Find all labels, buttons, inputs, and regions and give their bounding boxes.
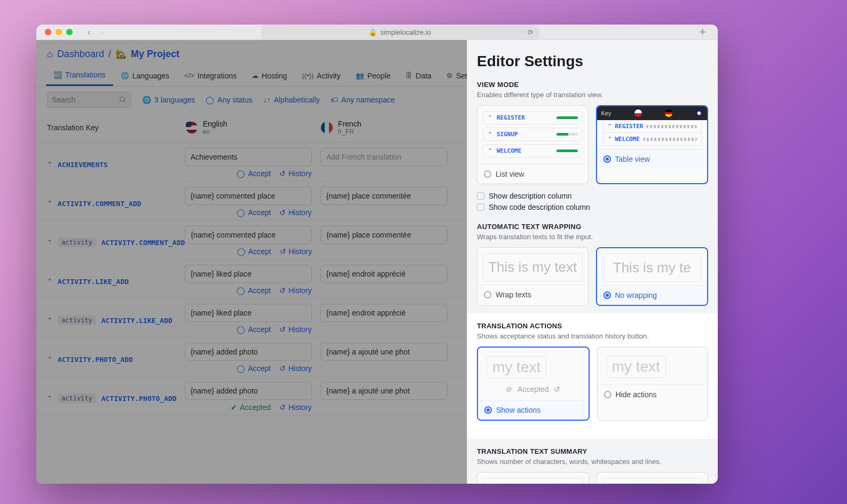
main-content: ⌂ Dashboard / 🏡 My Project 🔤Translations… <box>36 40 467 484</box>
option-label: Wrap texts <box>496 290 531 299</box>
section-desc: Wraps translation texts to fit the input… <box>477 233 708 241</box>
editor-settings-panel: Editor Settings VIEW MODE Enables differ… <box>467 40 718 484</box>
maximize-window-button[interactable] <box>66 29 73 35</box>
reload-icon[interactable]: ⟳ <box>528 28 534 36</box>
option-label: Show actions <box>496 406 540 414</box>
hide-actions-option[interactable]: my text Hide actions <box>597 346 709 421</box>
radio-icon <box>603 292 611 299</box>
section-title-view-mode: VIEW MODE <box>477 81 708 89</box>
forward-button[interactable]: › <box>100 27 104 38</box>
checkbox-icon <box>477 203 484 211</box>
section-title-wrapping: AUTOMATIC TEXT WRAPPING <box>477 223 708 231</box>
checkbox-show-description[interactable]: Show description column <box>477 192 708 200</box>
panel-title: Editor Settings <box>477 53 708 70</box>
address-bar[interactable]: 🔒 simplelocalize.io ⟳ <box>261 25 539 40</box>
chevron-up-icon: ⌃ <box>488 114 492 121</box>
nav-arrows: ‹ › <box>88 27 104 38</box>
close-window-button[interactable] <box>45 29 51 35</box>
summary-option-a[interactable]: This is my text <box>477 472 589 484</box>
new-tab-button[interactable]: + <box>696 25 709 39</box>
modal-overlay[interactable] <box>36 40 467 484</box>
option-label: Table view <box>615 155 650 163</box>
checkbox-show-code-description[interactable]: Show code description column <box>477 203 708 211</box>
section-title-actions: TRANSLATION ACTIONS <box>477 322 708 330</box>
show-actions-option[interactable]: my text ⊘Accepted↺ Show actions <box>477 346 590 421</box>
history-icon: ↺ <box>554 385 560 393</box>
section-desc: Shows acceptance status and translation … <box>477 332 708 340</box>
flag-gb-icon <box>695 109 703 117</box>
radio-icon <box>484 170 491 178</box>
radio-icon <box>603 155 611 163</box>
titlebar: ‹ › 🔒 simplelocalize.io ⟳ + <box>36 25 718 40</box>
flag-pl-icon <box>634 109 642 117</box>
radio-icon <box>484 406 492 414</box>
back-button[interactable]: ‹ <box>88 27 91 38</box>
summary-option-b[interactable]: This is my text <box>597 472 709 484</box>
option-label: List view <box>496 170 524 178</box>
wrap-texts-option[interactable]: This is my text Wrap texts <box>477 247 589 306</box>
check-circle-icon: ⊘ <box>506 385 512 393</box>
window-controls <box>45 29 73 35</box>
section-desc: Enables different type of translation vi… <box>477 91 708 99</box>
view-mode-list-option[interactable]: ⌃REGISTER ⌃SIGNUP ⌃WELCOME List view <box>477 105 589 184</box>
option-label: No wrapping <box>615 291 657 300</box>
lock-icon: 🔒 <box>368 28 377 36</box>
radio-icon <box>484 291 491 298</box>
browser-window: ‹ › 🔒 simplelocalize.io ⟳ + ⌂ Dashboard … <box>36 25 718 484</box>
option-label: Hide actions <box>616 390 657 399</box>
radio-icon <box>604 391 611 398</box>
view-mode-table-option[interactable]: Key ⌃REGISTER ⌃WELCOME Table view <box>596 105 709 184</box>
section-title-summary: TRANSLATION TEXT SUMMARY <box>477 447 708 455</box>
section-desc: Shows number of characters, words, white… <box>477 458 708 466</box>
checkbox-icon <box>477 192 484 200</box>
flag-de-icon <box>665 109 672 117</box>
url-text: simplelocalize.io <box>380 28 431 36</box>
no-wrapping-option[interactable]: This is my te No wrapping <box>596 247 709 306</box>
minimize-window-button[interactable] <box>56 29 62 35</box>
